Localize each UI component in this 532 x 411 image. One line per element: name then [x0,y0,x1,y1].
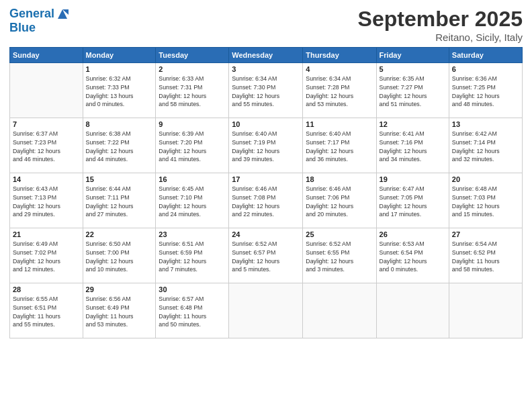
day-info: Sunrise: 6:50 AM Sunset: 7:00 PM Dayligh… [86,240,153,274]
day-info: Sunrise: 6:48 AM Sunset: 7:03 PM Dayligh… [452,185,519,219]
day-number: 11 [306,120,373,128]
calendar-week-5: 28Sunrise: 6:55 AM Sunset: 6:51 PM Dayli… [10,283,523,338]
location-subtitle: Reitano, Sicily, Italy [358,32,523,43]
day-info: Sunrise: 6:41 AM Sunset: 7:16 PM Dayligh… [380,130,446,164]
day-number: 24 [232,230,300,238]
day-number: 26 [380,230,446,238]
day-number: 19 [380,175,446,183]
calendar-cell: 16Sunrise: 6:45 AM Sunset: 7:10 PM Dayli… [156,173,229,228]
day-number: 25 [306,230,373,238]
day-number: 28 [13,285,80,293]
month-title: September 2025 [358,7,523,32]
day-number: 29 [86,285,153,293]
day-info: Sunrise: 6:51 AM Sunset: 6:59 PM Dayligh… [159,240,226,274]
calendar-cell: 5Sunrise: 6:35 AM Sunset: 7:27 PM Daylig… [376,63,449,118]
calendar-week-2: 7Sunrise: 6:37 AM Sunset: 7:23 PM Daylig… [10,118,523,173]
day-number: 4 [306,65,373,73]
day-number: 12 [380,120,446,128]
calendar-cell: 2Sunrise: 6:33 AM Sunset: 7:31 PM Daylig… [156,63,229,118]
title-block: September 2025 Reitano, Sicily, Italy [358,7,523,43]
header-row: Sunday Monday Tuesday Wednesday Thursday… [10,48,523,63]
day-number: 7 [13,120,80,128]
col-wed: Wednesday [229,48,303,63]
day-info: Sunrise: 6:36 AM Sunset: 7:25 PM Dayligh… [452,75,519,109]
col-thu: Thursday [303,48,376,63]
day-number: 3 [232,65,300,73]
logo-text2: Blue [9,21,70,35]
calendar-cell: 22Sunrise: 6:50 AM Sunset: 7:00 PM Dayli… [83,228,156,283]
day-info: Sunrise: 6:49 AM Sunset: 7:02 PM Dayligh… [13,240,80,274]
calendar-cell: 15Sunrise: 6:44 AM Sunset: 7:11 PM Dayli… [83,173,156,228]
day-info: Sunrise: 6:34 AM Sunset: 7:28 PM Dayligh… [306,75,373,109]
calendar-cell: 19Sunrise: 6:47 AM Sunset: 7:05 PM Dayli… [376,173,449,228]
day-number: 9 [159,120,226,128]
day-number: 8 [86,120,153,128]
day-number: 2 [159,65,226,73]
day-number: 6 [452,65,519,73]
day-info: Sunrise: 6:39 AM Sunset: 7:20 PM Dayligh… [159,130,226,164]
day-number: 21 [13,230,80,238]
day-number: 14 [13,175,80,183]
col-sat: Saturday [449,48,522,63]
day-info: Sunrise: 6:37 AM Sunset: 7:23 PM Dayligh… [13,130,80,164]
calendar-cell: 1Sunrise: 6:32 AM Sunset: 7:33 PM Daylig… [83,63,156,118]
day-number: 23 [159,230,226,238]
calendar-table: Sunday Monday Tuesday Wednesday Thursday… [9,47,523,338]
day-info: Sunrise: 6:53 AM Sunset: 6:54 PM Dayligh… [380,240,446,274]
day-info: Sunrise: 6:42 AM Sunset: 7:14 PM Dayligh… [452,130,519,164]
day-number: 17 [232,175,300,183]
calendar-cell: 9Sunrise: 6:39 AM Sunset: 7:20 PM Daylig… [156,118,229,173]
calendar-cell [449,283,522,338]
calendar-cell [229,283,303,338]
day-number: 18 [306,175,373,183]
day-number: 30 [159,285,226,293]
page: General Blue September 2025 Reitano, Sic… [0,0,532,411]
calendar-week-4: 21Sunrise: 6:49 AM Sunset: 7:02 PM Dayli… [10,228,523,283]
day-number: 15 [86,175,153,183]
calendar-cell: 13Sunrise: 6:42 AM Sunset: 7:14 PM Dayli… [449,118,522,173]
calendar-cell: 21Sunrise: 6:49 AM Sunset: 7:02 PM Dayli… [10,228,83,283]
calendar-cell: 18Sunrise: 6:46 AM Sunset: 7:06 PM Dayli… [303,173,376,228]
calendar-cell: 3Sunrise: 6:34 AM Sunset: 7:30 PM Daylig… [229,63,303,118]
header: General Blue September 2025 Reitano, Sic… [9,7,523,43]
calendar-cell: 26Sunrise: 6:53 AM Sunset: 6:54 PM Dayli… [376,228,449,283]
day-number: 22 [86,230,153,238]
day-info: Sunrise: 6:35 AM Sunset: 7:27 PM Dayligh… [380,75,446,109]
day-info: Sunrise: 6:52 AM Sunset: 6:55 PM Dayligh… [306,240,373,274]
day-info: Sunrise: 6:55 AM Sunset: 6:51 PM Dayligh… [13,295,80,329]
col-sun: Sunday [10,48,83,63]
calendar-cell: 8Sunrise: 6:38 AM Sunset: 7:22 PM Daylig… [83,118,156,173]
calendar-cell: 24Sunrise: 6:52 AM Sunset: 6:57 PM Dayli… [229,228,303,283]
day-info: Sunrise: 6:40 AM Sunset: 7:17 PM Dayligh… [306,130,373,164]
day-info: Sunrise: 6:57 AM Sunset: 6:48 PM Dayligh… [159,295,226,329]
calendar-cell: 29Sunrise: 6:56 AM Sunset: 6:49 PM Dayli… [83,283,156,338]
calendar-cell: 12Sunrise: 6:41 AM Sunset: 7:16 PM Dayli… [376,118,449,173]
day-number: 1 [86,65,153,73]
day-info: Sunrise: 6:38 AM Sunset: 7:22 PM Dayligh… [86,130,153,164]
calendar-cell: 20Sunrise: 6:48 AM Sunset: 7:03 PM Dayli… [449,173,522,228]
day-info: Sunrise: 6:32 AM Sunset: 7:33 PM Dayligh… [86,75,153,109]
calendar-cell: 6Sunrise: 6:36 AM Sunset: 7:25 PM Daylig… [449,63,522,118]
calendar-cell: 7Sunrise: 6:37 AM Sunset: 7:23 PM Daylig… [10,118,83,173]
calendar-cell: 4Sunrise: 6:34 AM Sunset: 7:28 PM Daylig… [303,63,376,118]
calendar-cell: 11Sunrise: 6:40 AM Sunset: 7:17 PM Dayli… [303,118,376,173]
day-info: Sunrise: 6:34 AM Sunset: 7:30 PM Dayligh… [232,75,300,109]
day-number: 5 [380,65,446,73]
day-info: Sunrise: 6:43 AM Sunset: 7:13 PM Dayligh… [13,185,80,219]
col-fri: Friday [376,48,449,63]
day-number: 16 [159,175,226,183]
day-info: Sunrise: 6:44 AM Sunset: 7:11 PM Dayligh… [86,185,153,219]
calendar-cell: 23Sunrise: 6:51 AM Sunset: 6:59 PM Dayli… [156,228,229,283]
day-number: 27 [452,230,519,238]
day-info: Sunrise: 6:45 AM Sunset: 7:10 PM Dayligh… [159,185,226,219]
day-number: 20 [452,175,519,183]
day-number: 10 [232,120,300,128]
day-info: Sunrise: 6:47 AM Sunset: 7:05 PM Dayligh… [380,185,446,219]
day-info: Sunrise: 6:54 AM Sunset: 6:52 PM Dayligh… [452,240,519,274]
calendar-cell: 28Sunrise: 6:55 AM Sunset: 6:51 PM Dayli… [10,283,83,338]
calendar-cell: 25Sunrise: 6:52 AM Sunset: 6:55 PM Dayli… [303,228,376,283]
day-info: Sunrise: 6:56 AM Sunset: 6:49 PM Dayligh… [86,295,153,329]
calendar-cell: 27Sunrise: 6:54 AM Sunset: 6:52 PM Dayli… [449,228,522,283]
calendar-cell: 14Sunrise: 6:43 AM Sunset: 7:13 PM Dayli… [10,173,83,228]
calendar-cell [10,63,83,118]
